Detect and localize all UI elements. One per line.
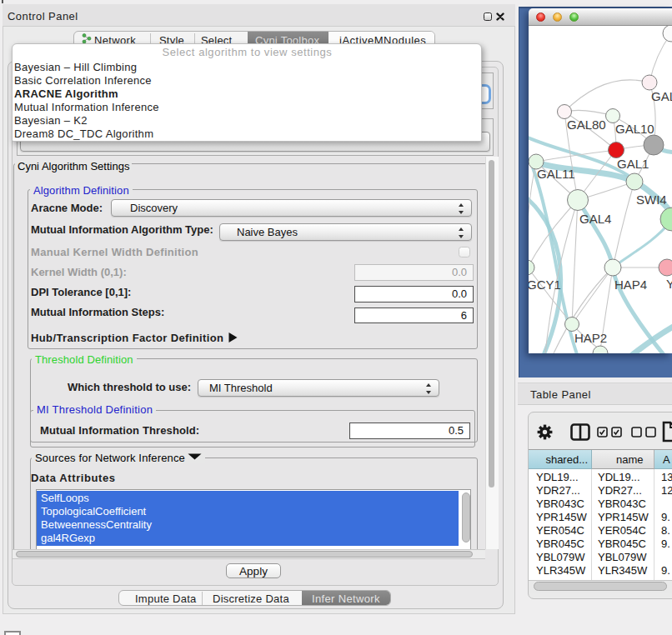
svg-text:GAL4: GAL4 — [579, 212, 611, 226]
svg-text:SWI4: SWI4 — [636, 192, 667, 207]
svg-text:GAL1: GAL1 — [617, 157, 649, 171]
svg-text:GAL2: GAL2 — [651, 89, 672, 103]
svg-text:HAP2: HAP2 — [574, 331, 607, 345]
svg-text:GAL80: GAL80 — [567, 118, 606, 132]
svg-text:HAP4: HAP4 — [614, 278, 647, 292]
svg-text:GAL11: GAL11 — [537, 167, 575, 181]
svg-text:Y: Y — [666, 277, 672, 291]
svg-text:GAL10: GAL10 — [615, 122, 654, 136]
svg-text:GCY1: GCY1 — [529, 278, 561, 292]
